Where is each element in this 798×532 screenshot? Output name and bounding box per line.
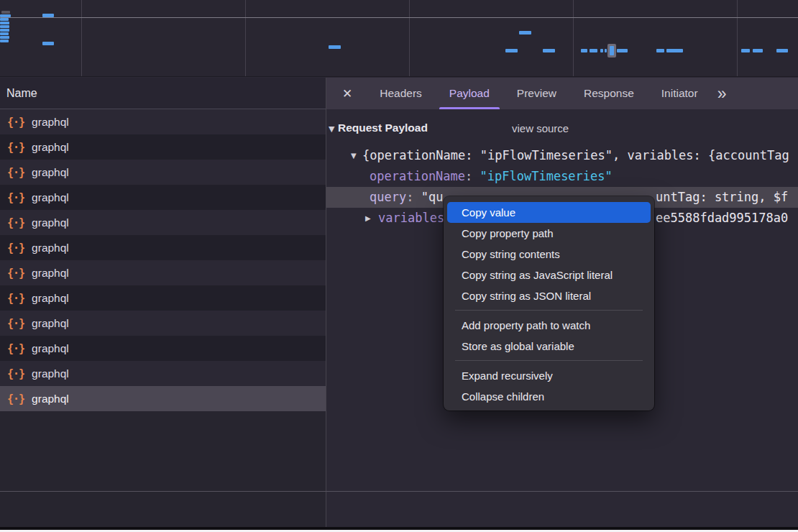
- menu-item-expand-recursively[interactable]: Expand recursively: [447, 365, 651, 386]
- menu-separator: [455, 310, 643, 311]
- request-name-label: graphql: [32, 191, 69, 204]
- expand-triangle-icon[interactable]: ▶: [365, 208, 371, 229]
- menu-item-copy-value[interactable]: Copy value: [447, 202, 651, 223]
- waterfall-bar: [519, 31, 531, 35]
- request-row[interactable]: {·}graphql: [0, 386, 326, 411]
- waterfall-bar: [0, 32, 9, 35]
- network-overview-timeline[interactable]: [0, 0, 798, 77]
- request-row[interactable]: {·}graphql: [0, 285, 326, 311]
- json-request-icon: {·}: [7, 393, 24, 405]
- menu-item-collapse-children[interactable]: Collapse children: [447, 386, 651, 407]
- detail-tab-bar: ✕ HeadersPayloadPreviewResponseInitiator…: [326, 78, 798, 109]
- json-request-icon: {·}: [7, 317, 24, 330]
- section-title: Request Payload: [338, 121, 428, 134]
- request-payload-section: ▼ Request Payload view source: [326, 119, 798, 141]
- overview-selection-bar: [610, 46, 614, 55]
- overview-horizontal-gridline: [0, 17, 798, 18]
- menu-item-copy-string-as-json-literal[interactable]: Copy string as JSON literal: [447, 285, 651, 306]
- tab-response[interactable]: Response: [579, 78, 639, 109]
- request-row[interactable]: {·}graphql: [0, 210, 326, 235]
- request-row[interactable]: {·}graphql: [0, 311, 326, 336]
- footer-divider-line: [0, 491, 798, 492]
- waterfall-bar: [666, 49, 683, 52]
- waterfall-bar: [0, 25, 9, 28]
- json-request-icon: {·}: [7, 141, 24, 154]
- request-name-label: graphql: [32, 166, 69, 179]
- waterfall-bar: [656, 49, 664, 52]
- json-root-row[interactable]: ▼ {operationName: "ipFlowTimeseries", va…: [326, 145, 798, 166]
- request-name-label: graphql: [32, 317, 69, 330]
- request-name-label: graphql: [32, 367, 69, 380]
- json-row-operation-name[interactable]: operationName: "ipFlowTimeseries": [326, 166, 798, 187]
- request-row[interactable]: {·}graphql: [0, 336, 326, 361]
- waterfall-bar: [329, 45, 341, 49]
- close-icon[interactable]: ✕: [342, 86, 352, 101]
- overview-selection-marker[interactable]: [607, 44, 616, 58]
- request-list: {·}graphql{·}graphql{·}graphql{·}graphql…: [0, 109, 326, 411]
- waterfall-bar: [0, 18, 9, 21]
- context-menu: Copy valueCopy property pathCopy string …: [444, 196, 654, 411]
- request-row[interactable]: {·}graphql: [0, 361, 326, 386]
- view-source-link[interactable]: view source: [512, 122, 569, 134]
- json-request-icon: {·}: [7, 191, 24, 204]
- waterfall-bar: [581, 49, 587, 52]
- devtools-network-panel: Name {·}graphql{·}graphql{·}graphql{·}gr…: [0, 0, 798, 532]
- column-header-label: Name: [6, 87, 37, 100]
- tab-initiator[interactable]: Initiator: [656, 78, 703, 109]
- request-row[interactable]: {·}graphql: [0, 185, 326, 210]
- waterfall-bar: [605, 49, 607, 52]
- request-name-label: graphql: [32, 342, 69, 355]
- collapse-triangle-icon[interactable]: ▼: [351, 145, 357, 166]
- json-request-icon: {·}: [7, 342, 24, 355]
- waterfall-bar: [590, 49, 597, 52]
- json-string-value: "ipFlowTimeseries": [480, 169, 613, 183]
- json-request-icon: {·}: [7, 216, 24, 229]
- request-name-label: graphql: [32, 242, 69, 254]
- column-header-name[interactable]: Name: [0, 78, 326, 109]
- menu-item-store-as-global-variable[interactable]: Store as global variable: [447, 336, 651, 357]
- request-row[interactable]: {·}graphql: [0, 160, 326, 185]
- json-request-icon: {·}: [7, 367, 24, 380]
- waterfall-bar: [617, 49, 628, 52]
- menu-item-copy-string-contents[interactable]: Copy string contents: [447, 244, 651, 265]
- request-name-label: graphql: [32, 267, 69, 280]
- tab-headers[interactable]: Headers: [375, 78, 427, 109]
- request-row[interactable]: {·}graphql: [0, 109, 326, 134]
- request-row[interactable]: {·}graphql: [0, 134, 326, 160]
- json-request-icon: {·}: [7, 116, 24, 129]
- waterfall-bar: [776, 49, 788, 52]
- json-request-icon: {·}: [7, 267, 24, 280]
- json-key: variables: [378, 208, 444, 229]
- json-string-value-left: "qu: [421, 190, 444, 204]
- json-request-icon: {·}: [7, 292, 24, 305]
- json-key: query: [370, 190, 406, 204]
- tabs: HeadersPayloadPreviewResponseInitiator: [366, 78, 711, 109]
- waterfall-bar: [0, 40, 9, 42]
- request-list-panel: Name {·}graphql{·}graphql{·}graphql{·}gr…: [0, 78, 326, 527]
- json-root-preview: {operationName: "ipFlowTimeseries", vari…: [362, 145, 789, 166]
- waterfall-bar: [543, 49, 555, 52]
- tab-payload[interactable]: Payload: [444, 78, 495, 109]
- waterfall-bar: [505, 49, 518, 52]
- menu-item-add-property-path-to-watch[interactable]: Add property path to watch: [447, 315, 651, 336]
- json-value-right: ee5588fdad995178a0: [656, 208, 788, 229]
- request-row[interactable]: {·}graphql: [0, 260, 326, 285]
- collapse-triangle-icon[interactable]: ▼: [329, 124, 334, 134]
- waterfall-bar: [0, 29, 9, 32]
- network-main-area: Name {·}graphql{·}graphql{·}graphql{·}gr…: [0, 78, 798, 527]
- request-name-label: graphql: [32, 141, 69, 154]
- request-name-label: graphql: [32, 393, 69, 405]
- json-string-value-right: untTag: string, $f: [656, 187, 788, 208]
- waterfall-bar: [753, 49, 763, 52]
- waterfall-bar: [0, 36, 9, 39]
- menu-item-copy-string-as-javascript-literal[interactable]: Copy string as JavaScript literal: [447, 265, 651, 285]
- waterfall-bar: [600, 49, 603, 52]
- tab-preview[interactable]: Preview: [512, 78, 561, 109]
- overflow-tabs-icon[interactable]: »: [717, 86, 727, 102]
- menu-item-copy-property-path[interactable]: Copy property path: [447, 223, 651, 244]
- waterfall-bar: [42, 14, 54, 17]
- request-name-label: graphql: [32, 116, 69, 129]
- waterfall-bar: [0, 14, 11, 17]
- json-request-icon: {·}: [7, 242, 24, 254]
- request-row[interactable]: {·}graphql: [0, 235, 326, 260]
